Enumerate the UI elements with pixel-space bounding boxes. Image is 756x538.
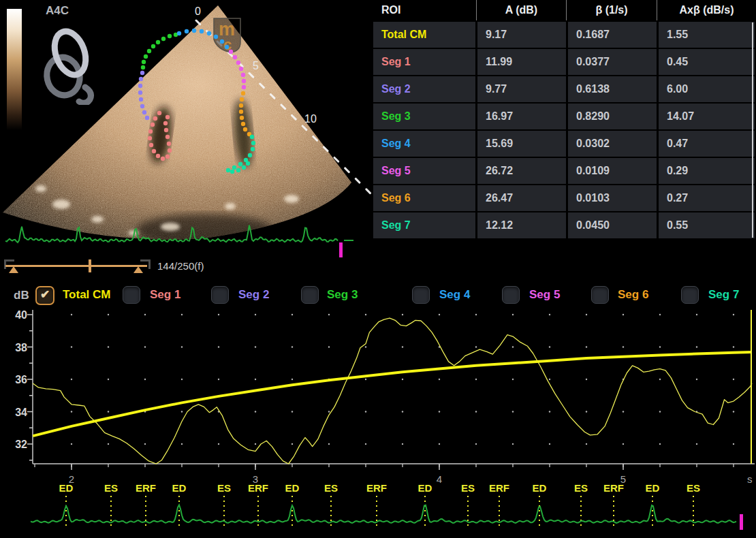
scrubber-end-handle[interactable] — [133, 266, 143, 273]
roi-table-header-cell: A (dB) — [477, 0, 567, 20]
roi-label-cell: Seg 1 — [373, 49, 475, 75]
roi-value-cell: 0.0377 — [568, 49, 657, 75]
cycle-marker-label-ed: ED — [418, 482, 432, 494]
roi-value-cell: 11.99 — [477, 49, 566, 75]
ecg-trace-bottom — [31, 505, 736, 523]
roi-label-cell: Seg 3 — [373, 104, 475, 129]
roi-table-row[interactable]: Seg 316.970.829014.07 — [373, 104, 755, 129]
cycle-marker-label-ed: ED — [533, 482, 547, 494]
cycle-marker-label-erf: ERF — [603, 482, 624, 494]
cycle-marker-label-es: ES — [104, 482, 118, 494]
roi-table: ROIA (dB)β (1/s)Axβ (dB/s)Total CM9.170.… — [373, 0, 756, 269]
roi-value-cell: 16.97 — [477, 104, 566, 129]
cycle-marker-label-erf: ERF — [489, 482, 509, 494]
roi-table-header-cell: β (1/s) — [567, 0, 657, 20]
frame-scrubber-track[interactable] — [5, 265, 147, 267]
roi-table-row[interactable]: Seg 111.990.03770.45 — [373, 49, 755, 75]
roi-value-cell: 15.69 — [477, 131, 566, 157]
roi-value-cell: 0.47 — [659, 131, 755, 157]
y-tick-label: 40 — [15, 309, 27, 321]
roi-value-cell: 9.77 — [477, 76, 566, 102]
chart-grid-dots — [71, 314, 734, 445]
roi-value-cell: 0.0302 — [568, 131, 657, 157]
cycle-marker-label-es: ES — [324, 482, 338, 494]
depth-tick-10: 10 — [304, 113, 317, 125]
roi-label-cell: Seg 7 — [373, 212, 475, 238]
grayscale-colorbar — [7, 9, 22, 130]
cycle-marker-label-erf: ERF — [136, 482, 156, 494]
roi-table-row[interactable]: Seg 626.470.01030.27 — [373, 185, 755, 211]
roi-table-scrollbar[interactable] — [752, 22, 753, 238]
roi-value-cell: 0.0109 — [568, 158, 657, 184]
ecg-frame-cursor-top — [339, 242, 343, 257]
cycle-marker-label-ed: ED — [285, 482, 300, 494]
roi-table-header-cell: Axβ (dB/s) — [657, 0, 756, 20]
roi-value-cell: 0.45 — [659, 49, 755, 75]
x-tick-label: 4 — [437, 473, 442, 485]
depth-tick-0: 0 — [195, 5, 201, 17]
roi-value-cell: 26.72 — [477, 158, 566, 184]
roi-value-cell: 0.27 — [659, 185, 755, 211]
view-label: A4C — [46, 4, 69, 18]
cycle-marker-label-ed: ED — [646, 482, 660, 494]
roi-label-cell: Seg 4 — [373, 131, 475, 157]
cycle-marker-label-es: ES — [574, 482, 588, 494]
app-window: 0 5 10 m c A4C 144/250(f) ROIA (dB)β (1/… — [0, 0, 756, 538]
y-tick-label: 36 — [15, 374, 27, 385]
roi-value-cell: 0.0450 — [568, 212, 657, 238]
roi-value-cell: 0.8290 — [568, 104, 657, 129]
roi-value-cell: 0.0103 — [568, 185, 657, 211]
cycle-marker-label-erf: ERF — [366, 482, 387, 494]
y-tick-label: 32 — [15, 439, 27, 450]
roi-value-cell: 0.55 — [659, 212, 755, 238]
scrubber-start-handle[interactable] — [9, 266, 18, 273]
roi-table-row[interactable]: Seg 415.690.03020.47 — [373, 131, 755, 157]
x-axis-unit-label: s — [747, 473, 753, 485]
cycle-marker-label-es: ES — [461, 482, 475, 494]
roi-table-header-cell: ROI — [373, 0, 477, 20]
series-total-cm-fitted-curve — [33, 352, 752, 436]
roi-value-cell: 0.6138 — [568, 76, 657, 102]
roi-table-row[interactable]: Seg 712.120.04500.55 — [373, 212, 755, 238]
ecg-frame-cursor-bottom — [740, 514, 743, 530]
y-tick-label: 38 — [15, 342, 27, 353]
cycle-marker-label-ed: ED — [59, 482, 74, 494]
roi-label-cell: Total CM — [373, 22, 475, 48]
series-total-cm-signal — [33, 318, 752, 464]
cycle-marker-label-ed: ED — [172, 482, 187, 494]
roi-label-cell: Seg 6 — [373, 185, 475, 211]
cycle-marker-label-es: ES — [217, 482, 231, 494]
roi-value-cell: 1.55 — [659, 22, 755, 48]
cycle-marker-label-erf: ERF — [248, 482, 268, 494]
roi-value-cell: 12.12 — [477, 212, 566, 238]
depth-tick-5: 5 — [253, 60, 259, 72]
scrubber-current-frame-handle[interactable] — [89, 259, 91, 272]
roi-value-cell: 0.29 — [659, 158, 755, 184]
cycle-marker-label-es: ES — [687, 482, 700, 494]
roi-value-cell: 0.1687 — [568, 22, 657, 48]
intensity-time-chart[interactable]: 40383634322345sEDESERFEDESERFEDESERFEDES… — [0, 279, 756, 538]
heart-view-icon — [37, 25, 102, 105]
roi-label-cell: Seg 5 — [373, 158, 475, 184]
frame-counter: 144/250(f) — [157, 260, 204, 272]
y-tick-label: 34 — [15, 407, 27, 418]
roi-value-cell: 6.00 — [659, 76, 755, 102]
roi-label-cell: Seg 2 — [373, 76, 475, 102]
roi-value-cell: 9.17 — [477, 22, 566, 48]
roi-table-row[interactable]: Seg 29.770.61386.00 — [373, 76, 755, 102]
roi-value-cell: 26.47 — [477, 185, 566, 211]
roi-table-row[interactable]: Seg 526.720.01090.29 — [373, 158, 755, 184]
roi-value-cell: 14.07 — [659, 104, 755, 129]
roi-table-row[interactable]: Total CM9.170.16871.55 — [373, 22, 755, 48]
